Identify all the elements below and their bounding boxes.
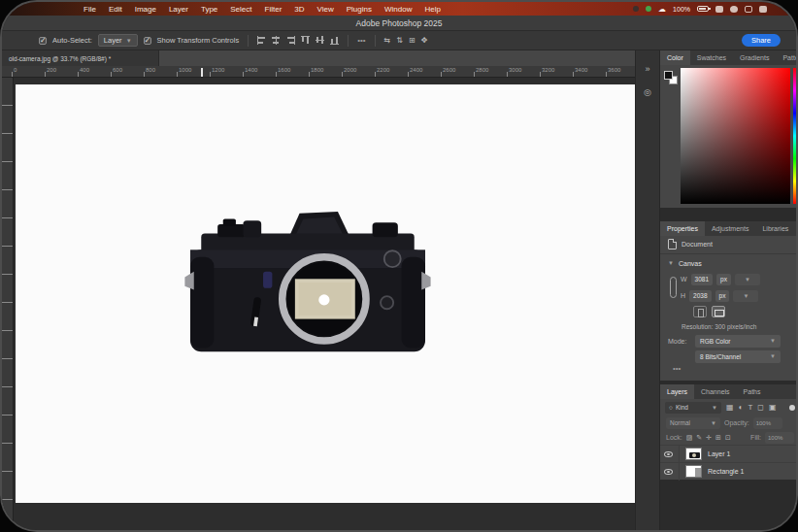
- align-top-icon[interactable]: [301, 36, 310, 45]
- collapse-panels-icon[interactable]: »: [645, 64, 649, 74]
- menu-3d[interactable]: 3D: [294, 5, 304, 14]
- share-button[interactable]: Share: [742, 34, 781, 47]
- chevron-down-icon: ▼: [126, 38, 132, 44]
- menu-window[interactable]: Window: [384, 5, 412, 14]
- opacity-input[interactable]: 100%: [753, 417, 782, 429]
- height-input[interactable]: 2038: [689, 290, 711, 302]
- layer-filter-dropdown[interactable]: ○ Kind ▼: [665, 402, 721, 414]
- menu-type[interactable]: Type: [201, 5, 217, 14]
- more-align-options[interactable]: •••: [357, 36, 365, 45]
- fill-input[interactable]: 100%: [765, 432, 794, 444]
- distribute-vertical-icon[interactable]: ⇅: [396, 36, 403, 45]
- layer-row-1[interactable]: Layer 1: [660, 445, 798, 462]
- status-dot-icon[interactable]: [633, 6, 639, 12]
- canvas-section-header[interactable]: ▼ Canvas: [660, 255, 798, 271]
- filter-pixel-layers-icon[interactable]: ▦: [726, 403, 734, 412]
- layer-visibility-icon[interactable]: [664, 451, 673, 457]
- layer-thumbnail[interactable]: [685, 448, 702, 460]
- width-input[interactable]: 3081: [691, 274, 713, 285]
- menu-edit[interactable]: Edit: [109, 5, 122, 14]
- menu-filter[interactable]: Filter: [265, 5, 283, 14]
- distribute-horizontal-icon[interactable]: ⇆: [384, 36, 391, 45]
- resolution-row: Resolution: 300 pixels/inch: [660, 319, 798, 333]
- tab-adjustments[interactable]: Adjustments: [705, 221, 756, 236]
- align-bottom-icon[interactable]: [330, 36, 339, 45]
- control-center-icon[interactable]: [759, 6, 767, 13]
- color-mode-value: RGB Color: [700, 338, 730, 345]
- tab-gradients[interactable]: Gradients: [733, 50, 776, 65]
- document-icon: [668, 239, 677, 249]
- align-center-vertical-icon[interactable]: [316, 36, 324, 45]
- menu-file[interactable]: File: [83, 5, 96, 14]
- menu-plugins[interactable]: Plugins: [347, 5, 372, 14]
- menu-select[interactable]: Select: [230, 5, 251, 14]
- arrange-icon[interactable]: ⊞: [409, 36, 416, 45]
- tab-swatches[interactable]: Swatches: [690, 50, 733, 65]
- bit-depth-dropdown[interactable]: 8 Bits/Channel ▼: [695, 350, 781, 363]
- filter-adjustment-layers-icon[interactable]: ◐: [739, 403, 744, 412]
- document-tab[interactable]: old-camera.jpg @ 33.7% (RGB/8#) *: [2, 50, 159, 66]
- wifi-icon[interactable]: [730, 6, 738, 13]
- align-center-horizontal-icon[interactable]: [272, 36, 281, 45]
- align-right-icon[interactable]: [286, 36, 295, 45]
- document-tab-label: old-camera.jpg @ 33.7% (RGB/8#) *: [9, 55, 111, 62]
- menu-layer[interactable]: Layer: [169, 5, 188, 14]
- ruler-horizontal[interactable]: 0 200 400 600 800 1000 1200 1400 1600 18…: [2, 66, 635, 78]
- document-canvas[interactable]: [16, 84, 635, 503]
- lock-paint-icon[interactable]: ✎: [696, 434, 702, 442]
- tab-patterns[interactable]: Patterns: [776, 50, 798, 65]
- height-unit-dropdown[interactable]: ▼: [733, 290, 758, 302]
- height-unit[interactable]: px: [715, 290, 730, 302]
- spotlight-icon[interactable]: [745, 6, 752, 13]
- width-unit-dropdown[interactable]: ▼: [735, 274, 760, 285]
- tab-layers[interactable]: Layers: [660, 384, 694, 399]
- menu-image[interactable]: Image: [135, 5, 156, 14]
- creative-cloud-icon[interactable]: ☁: [658, 5, 666, 14]
- battery-percent: 100%: [673, 6, 690, 13]
- workspace-icon[interactable]: ✥: [421, 36, 428, 45]
- filter-smart-objects-icon[interactable]: ▣: [769, 403, 777, 412]
- filter-shape-layers-icon[interactable]: ◻: [757, 403, 764, 412]
- auto-select-checkbox[interactable]: [39, 37, 47, 45]
- layer-row-2[interactable]: Rectangle 1: [660, 462, 798, 480]
- menu-help[interactable]: Help: [424, 5, 440, 14]
- green-status-dot-icon[interactable]: [646, 6, 651, 12]
- lock-artboard-icon[interactable]: ⊞: [715, 434, 721, 442]
- hue-slider[interactable]: [793, 68, 798, 204]
- lock-position-icon[interactable]: ✛: [706, 434, 712, 442]
- ruler-label: 400: [78, 66, 111, 77]
- auto-select-dropdown[interactable]: Layer ▼: [98, 34, 138, 47]
- blend-mode-dropdown[interactable]: Normal ▼: [666, 417, 720, 429]
- lock-all-icon[interactable]: ⊡: [725, 434, 731, 442]
- height-row: H 2038 px ▼: [681, 287, 798, 304]
- history-icon[interactable]: ◎: [644, 87, 651, 97]
- show-transform-checkbox[interactable]: [144, 37, 151, 45]
- layer-thumbnail[interactable]: [685, 465, 702, 478]
- menu-view[interactable]: View: [317, 5, 334, 14]
- lock-row: Lock: ▨ ✎ ✛ ⊞ ⊡ Fill: 100%: [660, 430, 798, 445]
- foreground-background-swatches[interactable]: [663, 68, 681, 204]
- width-unit[interactable]: px: [716, 274, 731, 285]
- tab-properties[interactable]: Properties: [660, 221, 705, 236]
- lock-transparency-icon[interactable]: ▨: [686, 434, 693, 442]
- input-source-icon[interactable]: [715, 6, 723, 13]
- link-dimensions-icon[interactable]: [670, 277, 677, 298]
- tab-paths[interactable]: Paths: [737, 384, 768, 399]
- align-left-icon[interactable]: [257, 36, 266, 45]
- ruler-label: 800: [144, 66, 177, 77]
- tab-libraries[interactable]: Libraries: [755, 221, 795, 236]
- tab-channels[interactable]: Channels: [694, 384, 737, 399]
- ruler-label: 1600: [276, 66, 309, 77]
- ruler-vertical[interactable]: [2, 78, 14, 530]
- filter-type-layers-icon[interactable]: T: [748, 403, 752, 412]
- orientation-portrait-button[interactable]: [693, 306, 707, 317]
- more-properties[interactable]: •••: [660, 364, 798, 376]
- canvas-image-camera[interactable]: [176, 206, 440, 361]
- filter-toggle-icon[interactable]: [789, 405, 795, 411]
- color-mode-dropdown[interactable]: RGB Color ▼: [695, 335, 781, 348]
- foreground-color-swatch[interactable]: [664, 71, 673, 80]
- orientation-landscape-button[interactable]: [712, 306, 725, 317]
- tab-color[interactable]: Color: [660, 50, 690, 65]
- saturation-brightness-picker[interactable]: [681, 68, 790, 204]
- layer-visibility-icon[interactable]: [664, 469, 673, 475]
